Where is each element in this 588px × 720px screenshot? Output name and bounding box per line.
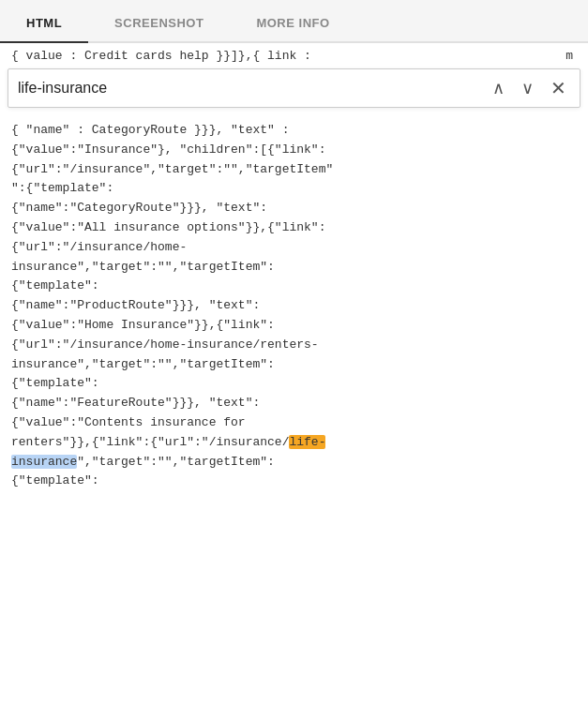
code-content: { "name" : CategoryRoute }}}, "text" : {… (0, 113, 588, 719)
search-close-button[interactable]: ✕ (547, 75, 570, 101)
tab-more-info[interactable]: MORE INFO (230, 5, 355, 43)
tab-bar: HTML SCREENSHOT MORE INFO (0, 0, 588, 43)
tab-screenshot[interactable]: SCREENSHOT (88, 5, 230, 43)
partial-top-right: m (565, 49, 577, 63)
search-controls: ∧ ∨ ✕ (489, 75, 570, 101)
highlight-match: life- (289, 435, 325, 449)
search-next-button[interactable]: ∨ (518, 76, 537, 100)
search-prev-button[interactable]: ∧ (489, 76, 508, 100)
search-input[interactable] (18, 80, 489, 97)
search-bar: ∧ ∨ ✕ (8, 68, 580, 108)
partial-top-text: { value : Credit cards help }}]},{ link … (11, 49, 311, 63)
tab-html[interactable]: HTML (0, 5, 88, 43)
code-partial-top: { value : Credit cards help }}]},{ link … (0, 43, 588, 63)
highlight-match-2: insurance (11, 455, 77, 469)
